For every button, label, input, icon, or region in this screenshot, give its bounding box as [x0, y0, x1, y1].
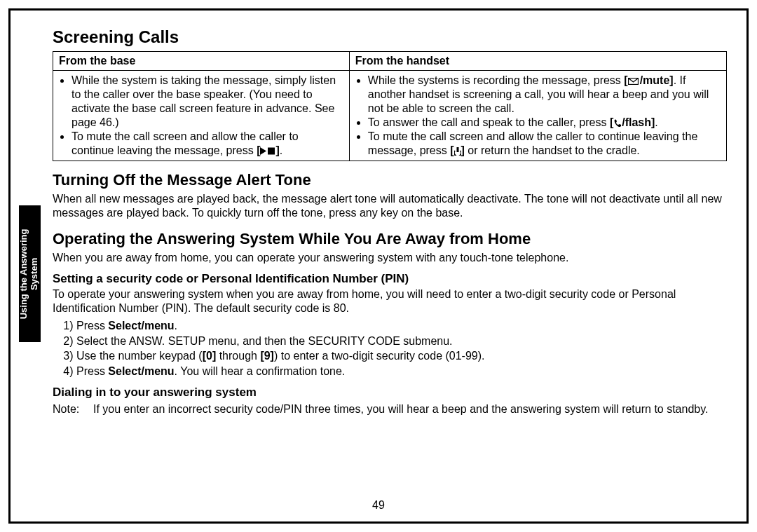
heading-screening-calls: Screening Calls	[53, 27, 727, 47]
step-2: Select the ANSW. SETUP menu, and then th…	[76, 334, 727, 349]
svg-rect-3	[456, 147, 458, 152]
note-dialing-in: Note: If you enter an incorrect security…	[53, 402, 727, 416]
heading-security-code: Setting a security code or Personal Iden…	[53, 272, 727, 286]
handset-bullet-1: While the systems is recording the messa…	[368, 74, 721, 116]
th-from-handset: From the handset	[349, 52, 726, 71]
end-icon	[454, 147, 461, 156]
heading-dialing-in: Dialing in to your answering system	[53, 386, 727, 400]
section-tab-label: Using the AnsweringSystem	[20, 229, 41, 319]
step-1: Press Select/menu.	[76, 318, 727, 334]
cell-from-handset: While the systems is recording the messa…	[349, 71, 726, 161]
svg-marker-0	[260, 147, 266, 155]
body-operating-away: When you are away from home, you can ope…	[53, 251, 727, 265]
step-4: Press Select/menu. You will hear a confi…	[76, 364, 727, 379]
phone-icon	[613, 119, 621, 128]
heading-turning-off-alert: Turning Off the Message Alert Tone	[53, 171, 727, 189]
section-tab: Using the AnsweringSystem	[19, 205, 41, 342]
play-stop-icon	[260, 147, 275, 155]
envelope-icon	[628, 78, 639, 85]
handset-bullet-2: To answer the call and speak to the call…	[368, 116, 721, 130]
base-bullet-1: While the system is taking the message, …	[71, 74, 343, 130]
body-security-code: To operate your answering system when yo…	[53, 287, 727, 315]
svg-rect-1	[268, 148, 275, 155]
base-bullet-2: To mute the call screen and allow the ca…	[71, 130, 343, 158]
cell-from-base: While the system is taking the message, …	[53, 71, 350, 161]
note-label: Note:	[53, 402, 93, 416]
note-body: If you enter an incorrect security code/…	[93, 402, 708, 416]
page-number: 49	[11, 499, 746, 512]
steps-security-code: Press Select/menu. Select the ANSW. SETU…	[53, 318, 727, 378]
heading-operating-away: Operating the Answering System While You…	[53, 230, 727, 248]
step-3: Use the number keypad ([0] through [9]) …	[76, 348, 727, 364]
body-turning-off-alert: When all new messages are played back, t…	[53, 192, 727, 220]
handset-bullet-3: To mute the call screen and allow the ca…	[368, 130, 721, 158]
manual-page: Using the AnsweringSystem Screening Call…	[8, 8, 749, 524]
screening-table: From the base From the handset While the…	[53, 51, 727, 161]
th-from-base: From the base	[53, 52, 350, 71]
